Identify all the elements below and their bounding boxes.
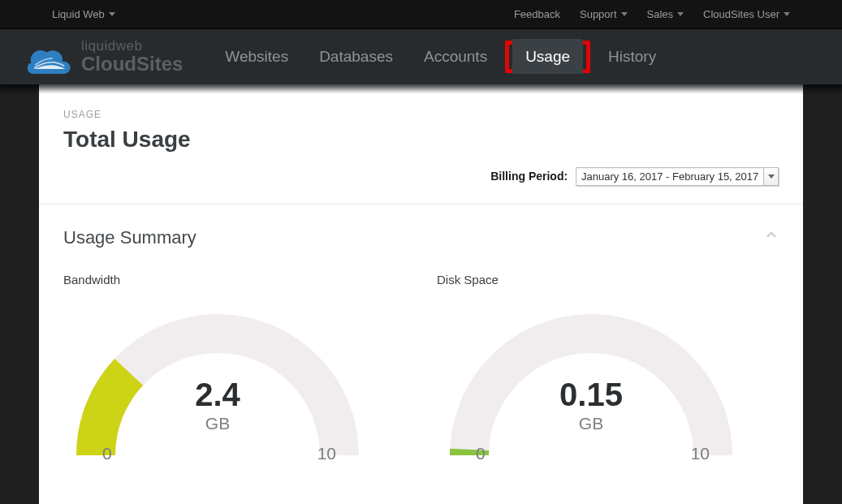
gauge-value: 2.4 <box>63 378 372 411</box>
chevron-down-icon <box>677 12 684 16</box>
gauge-unit: GB <box>63 414 372 433</box>
disk-gauge: Disk Space 0.15 GB 0 10 <box>437 273 762 463</box>
brand-label: Liquid Web <box>52 8 105 20</box>
page-title: Total Usage <box>63 127 779 153</box>
breadcrumb: USAGE <box>63 109 779 120</box>
logo-text: liquidweb CloudSites <box>81 39 183 74</box>
gauge-unit: GB <box>437 414 745 433</box>
nav-usage-highlight: Usage <box>505 41 590 73</box>
support-menu[interactable]: Support <box>580 8 628 20</box>
nav-databases[interactable]: Databases <box>306 39 406 75</box>
gauge-min: 0 <box>102 444 112 463</box>
brand-menu[interactable]: Liquid Web <box>52 8 115 20</box>
user-menu[interactable]: CloudSites User <box>703 8 790 20</box>
billing-period-value: January 16, 2017 - February 15, 2017 <box>581 170 758 183</box>
dropdown-button[interactable] <box>763 168 778 185</box>
chevron-down-icon <box>109 12 115 16</box>
nav-websites[interactable]: Websites <box>212 39 301 75</box>
nav-usage[interactable]: Usage <box>512 39 583 74</box>
main-nav: liquidweb CloudSites Websites Databases … <box>0 29 842 84</box>
bandwidth-gauge: Bandwidth 2.4 GB 0 10 <box>63 273 388 463</box>
sales-menu[interactable]: Sales <box>647 8 684 20</box>
billing-period-select[interactable]: January 16, 2017 - February 15, 2017 <box>576 167 779 186</box>
stage: USAGE Total Usage Billing Period: Januar… <box>0 84 842 504</box>
gauge-value: 0.15 <box>437 378 745 411</box>
panel-header: USAGE Total Usage Billing Period: Januar… <box>39 84 803 205</box>
cloud-icon <box>24 40 73 74</box>
chevron-up-icon <box>764 227 779 242</box>
logo[interactable]: liquidweb CloudSites <box>24 39 183 74</box>
panel: USAGE Total Usage Billing Period: Januar… <box>39 84 803 504</box>
gauge-label: Disk Space <box>437 273 762 286</box>
billing-label: Billing Period: <box>490 170 568 183</box>
chevron-down-icon <box>621 12 628 16</box>
nav-history[interactable]: History <box>595 39 669 75</box>
gauge-min: 0 <box>476 444 486 463</box>
section-title: Usage Summary <box>63 227 779 248</box>
gauge-label: Bandwidth <box>63 273 388 286</box>
topbar: Liquid Web Feedback Support Sales CloudS… <box>0 0 842 29</box>
gauge-max: 10 <box>691 444 710 463</box>
usage-summary-section: Usage Summary Bandwidth 2.4 GB <box>39 205 803 463</box>
gauge-max: 10 <box>317 444 336 463</box>
chevron-down-icon <box>768 174 775 179</box>
nav-accounts[interactable]: Accounts <box>411 39 500 75</box>
feedback-link[interactable]: Feedback <box>514 8 560 20</box>
collapse-toggle[interactable] <box>764 227 779 245</box>
chevron-down-icon <box>784 12 790 16</box>
